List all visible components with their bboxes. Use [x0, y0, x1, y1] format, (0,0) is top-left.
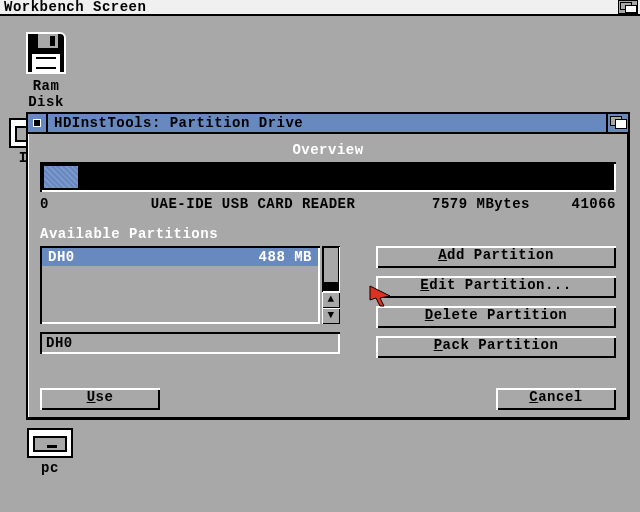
- device-name: UAE-IDE USB CARD READER: [90, 196, 416, 212]
- window-depth-gadget[interactable]: [606, 114, 628, 132]
- pack-partition-button[interactable]: Pack Partition: [376, 336, 616, 358]
- end-cylinder: 41066: [546, 196, 616, 212]
- scrollbar-track[interactable]: [322, 246, 340, 292]
- partition-name-value: DH0: [46, 335, 73, 351]
- scroll-up-button[interactable]: ▲: [322, 292, 340, 308]
- window-title: HDInstTools: Partition Drive: [48, 115, 606, 131]
- start-cylinder: 0: [40, 196, 90, 212]
- drive-info-row: 0 UAE-IDE USB CARD READER 7579 MBytes 41…: [40, 196, 616, 212]
- floppy-icon: [26, 32, 66, 74]
- list-item[interactable]: DH0 488 MB: [42, 248, 318, 266]
- scroll-down-button[interactable]: ▼: [322, 308, 340, 324]
- device-size: 7579 MBytes: [416, 196, 546, 212]
- drawer-pc[interactable]: pc: [24, 428, 76, 476]
- close-icon: [33, 119, 41, 127]
- partition-size: 488 MB: [232, 249, 312, 265]
- delete-partition-button[interactable]: Delete Partition: [376, 306, 616, 328]
- partition-name-field[interactable]: DH0: [40, 332, 340, 354]
- partition-list[interactable]: DH0 488 MB ▲ ▼: [40, 246, 340, 324]
- arrow-down-icon: ▼: [327, 309, 334, 321]
- use-button[interactable]: Use: [40, 388, 160, 410]
- drawer-pc-label: pc: [24, 460, 76, 476]
- scrollbar-thumb[interactable]: [324, 248, 338, 282]
- window-close-gadget[interactable]: [28, 114, 48, 132]
- screen-depth-gadget[interactable]: [618, 0, 638, 14]
- cancel-button[interactable]: Cancel: [496, 388, 616, 410]
- add-partition-button[interactable]: Add Partition: [376, 246, 616, 268]
- partition-name: DH0: [48, 249, 232, 265]
- available-partitions-heading: Available Partitions: [40, 226, 616, 242]
- drive-map-partition: [44, 166, 78, 188]
- arrow-up-icon: ▲: [327, 293, 334, 305]
- drawer-icon: [27, 428, 73, 458]
- screen-title-bar: Workbench Screen: [0, 0, 640, 16]
- window-title-bar[interactable]: HDInstTools: Partition Drive: [28, 114, 628, 134]
- overview-heading: Overview: [40, 142, 616, 158]
- ram-disk-label: Ram Disk: [18, 78, 74, 110]
- drive-map[interactable]: [40, 162, 616, 192]
- edit-partition-button[interactable]: Edit Partition...: [376, 276, 616, 298]
- screen-title: Workbench Screen: [4, 0, 146, 15]
- ram-disk-icon[interactable]: Ram Disk: [18, 32, 74, 110]
- partition-window: HDInstTools: Partition Drive Overview 0 …: [26, 112, 630, 420]
